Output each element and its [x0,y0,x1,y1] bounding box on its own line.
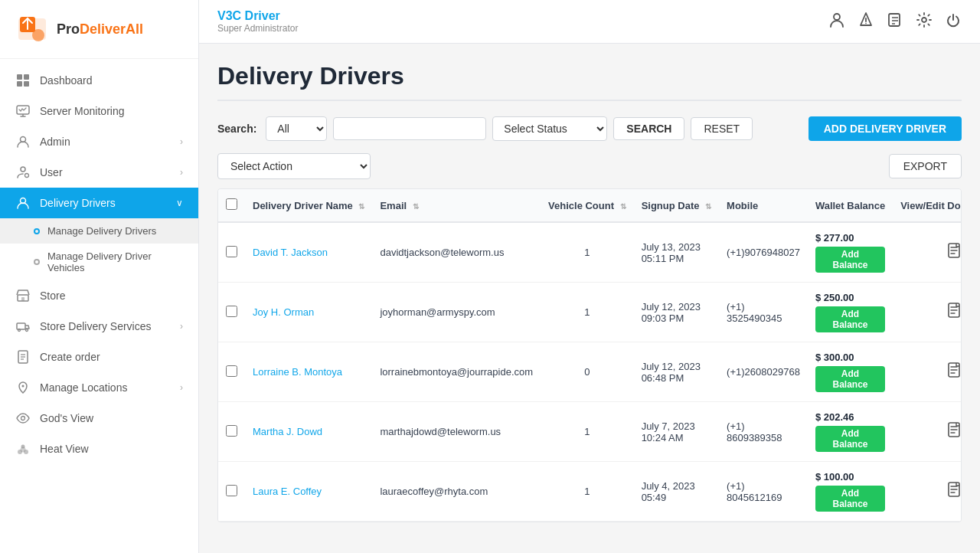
title-divider [217,100,962,101]
sidebar-sub-manage-delivery-drivers[interactable]: Manage Delivery Drivers [0,218,198,244]
svg-rect-3 [17,74,22,80]
driver-name-link-0[interactable]: David T. Jackson [253,247,328,258]
export-button[interactable]: EXPORT [889,154,962,178]
edit-icon[interactable] [887,11,903,32]
search-button[interactable]: SEARCH [613,117,684,140]
svg-point-9 [21,167,25,172]
sidebar-item-dashboard[interactable]: Dashboard [0,65,198,96]
user-icon [15,165,31,180]
add-balance-button-1[interactable]: Add Balance [815,306,885,332]
logo-text-pro: Pro [57,21,80,37]
row-checkbox-1[interactable] [226,306,237,317]
row-driver-name: David T. Jackson [245,222,372,283]
sidebar-item-admin[interactable]: Admin › [0,126,198,157]
sidebar-label-admin: Admin [40,136,171,148]
sidebar-item-server-monitoring[interactable]: Server Monitoring [0,96,198,126]
sidebar-item-manage-locations[interactable]: Manage Locations › [0,372,198,403]
row-wallet-0: $ 277.00 Add Balance [808,222,893,283]
row-signup-date-4: July 4, 2023 05:49 [634,462,719,522]
row-email-2: lorrainebmontoya@jourrapide.com [372,342,541,402]
row-mobile-2: (+1)2608029768 [719,342,808,402]
driver-name-link-1[interactable]: Joy H. Orman [253,306,314,318]
col-driver-name[interactable]: Delivery Driver Name ⇅ [245,189,372,222]
sidebar-item-heat-view[interactable]: Heat View [0,434,198,464]
search-bar: Search: All Name Email Mobile Select Sta… [217,116,962,141]
sidebar-item-delivery-drivers[interactable]: Delivery Drivers ∨ [0,188,198,218]
svg-rect-4 [24,74,29,80]
row-email-3: marthajdowd@teleworm.us [372,402,541,462]
profile-icon[interactable] [828,11,845,32]
table-header-row: Delivery Driver Name ⇅ Email ⇅ Vehicle C… [218,189,962,222]
sidebar-item-gods-view[interactable]: God's View [0,403,198,434]
sub-dot-icon2 [34,259,40,265]
select-all-checkbox[interactable] [226,198,237,210]
driver-name-link-3[interactable]: Martha J. Dowd [253,426,322,437]
row-checkbox-4[interactable] [226,485,237,496]
add-balance-button-4[interactable]: Add Balance [815,486,885,512]
sidebar-label-delivery-drivers: Delivery Drivers [40,197,167,209]
sub-label-manage-delivery-drivers: Manage Delivery Drivers [47,225,156,237]
sidebar: ProDeliverAll Dashboard Server Monitorin… [0,0,199,553]
reset-button[interactable]: RESET [691,117,753,140]
alert-icon[interactable] [858,11,874,32]
search-filter-select[interactable]: All Name Email Mobile [266,116,327,141]
sidebar-label-gods-view: God's View [40,412,183,424]
row-checkbox-0[interactable] [226,246,237,257]
table-row: Martha J. Dowd marthajdowd@teleworm.us 1… [218,402,962,462]
row-vehicle-count-4: 1 [541,462,634,522]
sidebar-item-user[interactable]: User › [0,157,198,188]
row-wallet-3: $ 202.46 Add Balance [808,402,893,462]
view-doc-icon-4[interactable] [946,484,962,501]
action-select[interactable]: Select Action [217,153,371,179]
power-icon[interactable] [945,11,962,32]
search-label: Search: [217,123,256,135]
status-select[interactable]: Select Status Active Inactive [492,116,607,141]
col-signup-date[interactable]: Signup Date ⇅ [634,189,719,222]
svg-point-27 [834,14,840,20]
row-driver-name: Martha J. Dowd [245,402,372,462]
monitor-icon [15,103,31,119]
view-doc-icon-3[interactable] [946,424,962,441]
svg-point-34 [922,18,926,22]
svg-point-22 [21,417,25,420]
add-delivery-driver-button[interactable]: ADD DELIVERY DRIVER [808,116,962,141]
sub-dot-icon [34,228,40,234]
sidebar-item-store-delivery-services[interactable]: Store Delivery Services › [0,311,198,342]
settings-icon[interactable] [916,11,933,32]
table-row: Lorraine B. Montoya lorrainebmontoya@jou… [218,342,962,402]
sidebar-item-store[interactable]: Store [0,280,198,311]
store-icon [15,288,31,303]
row-checkbox-3[interactable] [226,425,237,437]
add-balance-button-0[interactable]: Add Balance [815,247,885,273]
view-doc-icon-2[interactable] [946,365,962,381]
row-email-0: davidtjackson@teleworm.us [372,222,541,283]
col-email[interactable]: Email ⇅ [372,189,541,222]
delivery-drivers-icon [15,195,31,211]
row-email-1: joyhorman@armyspy.com [372,283,541,342]
view-doc-icon-1[interactable] [946,305,962,322]
header-subtitle: Super Administrator [217,23,298,34]
admin-icon [15,134,31,149]
store-delivery-chevron-icon: › [180,321,183,332]
svg-point-10 [25,174,29,178]
add-balance-button-2[interactable]: Add Balance [815,366,885,392]
main-area: V3C Driver Super Administrator Delivery … [199,0,980,553]
sidebar-sub-manage-delivery-driver-vehicles[interactable]: Manage Delivery Driver Vehicles [0,244,198,280]
search-input[interactable] [333,117,486,140]
row-email-4: lauraecoffey@rhyta.com [372,462,541,522]
col-checkbox [218,189,245,222]
driver-name-link-4[interactable]: Laura E. Coffey [253,486,322,497]
row-signup-date-1: July 12, 2023 09:03 PM [634,283,719,342]
table-row: Laura E. Coffey lauraecoffey@rhyta.com 1… [218,462,962,522]
sidebar-item-create-order[interactable]: Create order [0,342,198,372]
add-balance-button-3[interactable]: Add Balance [815,426,885,452]
view-doc-icon-0[interactable] [946,245,962,262]
sidebar-label-create-order: Create order [40,351,183,363]
driver-name-link-2[interactable]: Lorraine B. Montoya [253,366,342,378]
row-wallet-2: $ 300.00 Add Balance [808,342,893,402]
header-left: V3C Driver Super Administrator [217,9,298,34]
col-vehicle-count[interactable]: Vehicle Count ⇅ [541,189,634,222]
row-checkbox-2[interactable] [226,365,237,377]
dashboard-icon [15,73,31,88]
row-documents-2 [893,342,962,402]
